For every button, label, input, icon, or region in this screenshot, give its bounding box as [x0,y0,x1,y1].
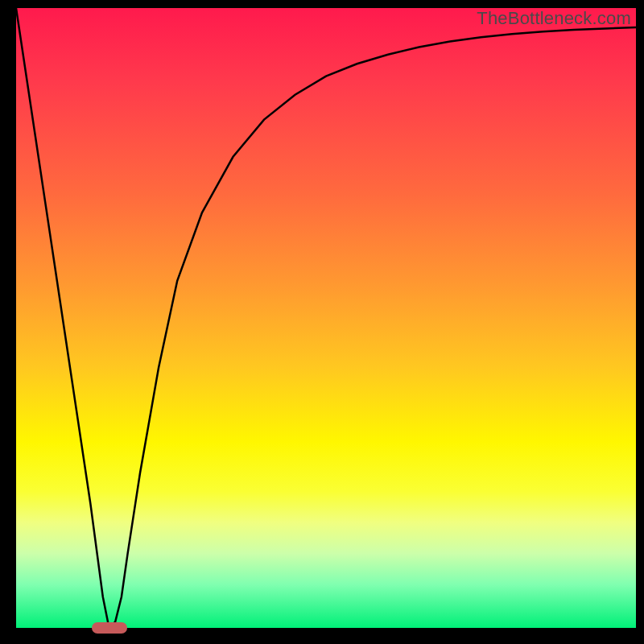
watermark-text: TheBottleneck.com [477,8,631,29]
curve-path [16,8,636,628]
plot-area: TheBottleneck.com [16,8,636,628]
optimal-point-marker [92,622,127,634]
chart-frame: TheBottleneck.com [0,0,644,644]
bottleneck-curve [16,8,636,628]
